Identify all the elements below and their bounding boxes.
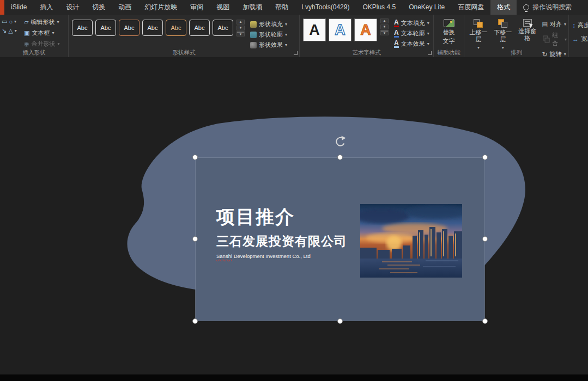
selection-handle-sw[interactable] <box>193 319 198 324</box>
shape-fill-icon <box>250 21 257 28</box>
alt-text-button[interactable]: 替换 文字 <box>434 15 464 45</box>
wordart-preview-3[interactable]: A <box>354 19 377 41</box>
dialog-launcher-icon[interactable] <box>294 51 298 55</box>
menu-tab-transitions[interactable]: 切换 <box>86 0 112 15</box>
cityscape-graphic <box>360 204 462 278</box>
shape-gallery-row-1[interactable]: ▭ ○ ▾ <box>2 18 20 25</box>
menu-tab-onekey[interactable]: OneKey Lite <box>402 0 451 15</box>
menu-tab-view[interactable]: 视图 <box>210 0 236 15</box>
menu-tab-help[interactable]: 帮助 <box>269 0 295 15</box>
chevron-down-icon[interactable]: ▾ <box>15 28 17 33</box>
send-backward-label: 下移一层 <box>492 29 514 43</box>
text-outline-label: 文本轮廓 <box>401 29 425 38</box>
menu-tab-insert[interactable]: 插入 <box>33 0 59 15</box>
merge-shapes-label: 合并形状 <box>32 40 56 48</box>
text-fill-button[interactable]: A 文本填充 ▾ <box>394 19 429 27</box>
alt-text-label-line1: 替换 <box>443 29 455 36</box>
text-effects-button[interactable]: A 文本效果 ▾ <box>394 40 429 48</box>
merge-shapes-icon: ◉ <box>24 40 29 47</box>
slide-text-block[interactable]: 项目推介 三石发展投资有限公司 Sanshi Development Inves… <box>216 206 347 259</box>
shape-style-preview-6[interactable]: Abc <box>189 20 210 36</box>
selection-handle-n[interactable] <box>338 155 343 160</box>
chevron-down-icon: ▾ <box>565 37 567 42</box>
slide-image-cityscape[interactable] <box>360 204 462 278</box>
text-outline-icon: A <box>394 30 399 38</box>
chevron-down-icon: ▾ <box>285 22 287 27</box>
selection-handle-se[interactable] <box>483 319 488 324</box>
text-outline-button[interactable]: A 文本轮廓 ▾ <box>394 29 429 38</box>
merge-shapes-button: ◉ 合并形状 ▾ <box>24 40 60 48</box>
height-field[interactable]: ↕ 高度 <box>572 21 587 29</box>
chevron-down-icon: ▾ <box>285 32 287 37</box>
shape-outline-button[interactable]: 形状轮廓 ▾ <box>250 30 287 39</box>
taskbar-strip <box>0 374 588 381</box>
menu-tab-slideshow[interactable]: 幻灯片放映 <box>138 0 184 15</box>
triangle-shape-icon[interactable]: △ <box>8 27 13 34</box>
text-box-button[interactable]: ▣ 文本框 ▾ <box>24 29 60 37</box>
selection-handle-ne[interactable] <box>483 155 488 160</box>
group-objects-button: 组合 ▾ <box>542 31 567 47</box>
alt-text-label-line2: 文字 <box>443 38 455 45</box>
wordart-gallery-down-button[interactable]: ▾ <box>380 24 389 29</box>
text-effects-label: 文本效果 <box>401 40 425 48</box>
app-icon[interactable] <box>0 0 4 15</box>
shape-style-preview-4[interactable]: Abc <box>142 20 163 36</box>
width-icon: ↔ <box>572 35 579 43</box>
gallery-expand-button[interactable]: ▾ <box>237 32 245 36</box>
align-button[interactable]: ▤ 对齐 ▾ <box>542 20 567 28</box>
gallery-up-button[interactable]: ▴ <box>237 20 245 24</box>
selection-pane-icon <box>523 19 532 27</box>
slide-caption[interactable]: Sanshi Development Investment Co., Ltd <box>216 253 347 259</box>
shape-style-preview-7[interactable]: Abc <box>213 20 233 36</box>
chevron-down-icon[interactable]: ▾ <box>14 19 16 24</box>
shape-fill-button[interactable]: 形状填充 ▾ <box>250 20 287 28</box>
chevron-down-icon: ▾ <box>58 41 60 46</box>
slide-canvas[interactable]: 项目推介 三石发展投资有限公司 Sanshi Development Inves… <box>0 57 588 374</box>
menu-tab-review[interactable]: 审阅 <box>184 0 210 15</box>
selection-handle-s[interactable] <box>338 319 343 324</box>
shape-effects-label: 形状效果 <box>259 41 283 49</box>
slide-subtitle[interactable]: 三石发展投资有限公司 <box>216 235 347 248</box>
menu-tab-okplus[interactable]: OKPlus 4.5 <box>356 0 402 15</box>
menu-tab-islide[interactable]: iSlide <box>4 0 33 15</box>
selection-handle-w[interactable] <box>193 237 198 242</box>
chevron-down-icon: ▾ <box>57 20 59 24</box>
oval-shape-icon[interactable]: ○ <box>9 19 13 25</box>
group-label-accessibility: 辅助功能 <box>434 49 464 57</box>
menu-tab-addins[interactable]: 加载项 <box>236 0 269 15</box>
width-field[interactable]: ↔ 宽度 <box>572 35 587 43</box>
shape-style-preview-2[interactable]: Abc <box>95 20 116 36</box>
send-backward-icon <box>498 19 507 28</box>
wordart-preview-2[interactable]: A <box>329 19 351 41</box>
rectangle-shape-icon[interactable]: ▭ <box>2 18 7 25</box>
wordart-preview-1[interactable]: A <box>303 19 326 41</box>
menu-tab-animations[interactable]: 动画 <box>112 0 138 15</box>
selection-handle-e[interactable] <box>483 237 488 242</box>
shape-gallery-row-2[interactable]: ↘ △ ▾ <box>2 27 20 34</box>
chevron-down-icon: ▾ <box>52 30 54 35</box>
tell-me-search[interactable]: 操作说明搜索 <box>523 3 572 12</box>
group-insert-shapes: ▭ ○ ▾ ↘ △ ▾ ▱ 编辑形状 ▾ ▣ 文本框 <box>0 15 69 57</box>
shape-outline-icon <box>250 32 257 38</box>
align-icon: ▤ <box>542 21 548 28</box>
menu-tab-lvyhtools[interactable]: LvyhTools(0429) <box>295 0 356 15</box>
wordart-letter: A <box>335 22 345 39</box>
gallery-down-button[interactable]: ▾ <box>237 26 245 30</box>
wordart-gallery-up-button[interactable]: ▴ <box>380 19 389 23</box>
shape-style-preview-3[interactable]: Abc <box>119 20 140 36</box>
width-label: 宽度 <box>581 35 588 43</box>
menu-tab-baidu-netdisk[interactable]: 百度网盘 <box>451 0 490 15</box>
shape-style-preview-1[interactable]: Abc <box>72 20 93 36</box>
dialog-launcher-icon[interactable] <box>428 51 432 55</box>
group-arrange: 上移一层 ▾ 下移一层 ▾ 选择窗格 ▤ 对齐 ▾ 组合 <box>464 15 569 57</box>
wordart-gallery-expand-button[interactable]: ▾ <box>380 30 389 35</box>
menu-tab-design[interactable]: 设计 <box>59 0 86 15</box>
edit-shape-button[interactable]: ▱ 编辑形状 ▾ <box>24 18 60 26</box>
wordart-letter: A <box>360 22 371 39</box>
shape-style-preview-5[interactable]: Abc <box>166 20 186 36</box>
shape-effects-button[interactable]: 形状效果 ▾ <box>250 41 287 49</box>
arrow-shape-icon[interactable]: ↘ <box>2 27 7 34</box>
slide-title[interactable]: 项目推介 <box>216 206 347 227</box>
selection-handle-nw[interactable] <box>193 155 198 160</box>
menu-tab-format[interactable]: 格式 <box>490 0 517 15</box>
